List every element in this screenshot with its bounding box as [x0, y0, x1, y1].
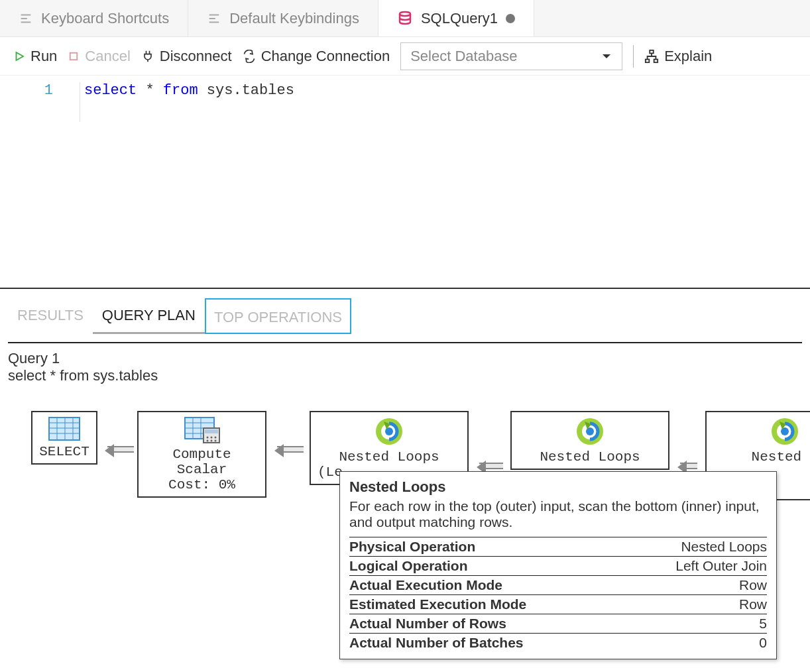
plan-node-select[interactable]: SELECT	[31, 411, 97, 465]
svg-rect-3	[646, 59, 650, 62]
tooltip-row: Estimated Execution ModeRow	[349, 595, 767, 614]
svg-rect-2	[650, 50, 654, 53]
svg-rect-19	[205, 429, 218, 433]
chevron-down-icon	[601, 50, 612, 62]
compute-scalar-icon	[145, 416, 259, 444]
cancel-button[interactable]: Cancel	[68, 48, 130, 65]
tooltip-row: Actual Number of Rows5	[349, 614, 767, 634]
tab-label: SQLQuery1	[421, 10, 498, 27]
tooltip-row: Actual Number of Batches0	[349, 634, 767, 653]
token-star: *	[145, 82, 154, 99]
svg-point-20	[206, 437, 208, 439]
cancel-label: Cancel	[85, 48, 130, 65]
nested-loops-icon	[518, 416, 662, 447]
table-icon	[39, 416, 89, 441]
svg-point-23	[206, 440, 208, 442]
query-header: Query 1 select * from sys.tables	[8, 343, 802, 384]
change-connection-button[interactable]: Change Connection	[243, 48, 390, 65]
editor-empty-area[interactable]	[0, 122, 810, 288]
explain-button[interactable]: Explain	[644, 48, 712, 65]
results-area: RESULTS QUERY PLAN TOP OPERATIONS Query …	[0, 288, 810, 663]
menu-icon	[207, 11, 221, 26]
tooltip-title: Nested Loops	[349, 478, 767, 496]
tab-label: Default Keybindings	[229, 10, 359, 27]
nested-loops-icon	[713, 416, 810, 447]
keyword-from: from	[163, 82, 198, 99]
tab-sqlquery1[interactable]: SQLQuery1	[378, 0, 534, 36]
separator	[633, 45, 634, 68]
query-plan-canvas[interactable]: SELECT Compute Scalar	[8, 398, 802, 663]
tab-bar: Keyboard Shortcuts Default Keybindings S…	[0, 0, 810, 37]
node-label: Nested Loops	[318, 449, 461, 465]
sql-editor[interactable]: 1 select * from sys.tables	[0, 76, 810, 122]
flow-arrow	[680, 463, 697, 469]
plan-node-nested-loops-2[interactable]: Nested Loops	[510, 411, 669, 470]
node-label: Nested Loops	[518, 449, 662, 465]
svg-point-0	[400, 12, 410, 16]
tooltip-table: Physical OperationNested Loops Logical O…	[349, 537, 767, 652]
line-number-gutter: 1	[0, 82, 80, 122]
svg-point-25	[214, 440, 216, 442]
flow-arrow	[107, 446, 134, 453]
run-label: Run	[30, 48, 57, 65]
disconnect-button[interactable]: Disconnect	[141, 48, 232, 65]
tree-icon	[644, 49, 659, 64]
tooltip-row: Logical OperationLeft Outer Join	[349, 557, 767, 576]
tab-label: Keyboard Shortcuts	[41, 10, 169, 27]
swap-icon	[243, 50, 256, 63]
plug-icon	[141, 50, 154, 63]
tooltip-row: Actual Execution ModeRow	[349, 576, 767, 595]
code-area[interactable]: select * from sys.tables	[80, 82, 810, 122]
svg-rect-1	[70, 52, 78, 60]
tab-keyboard-shortcuts[interactable]: Keyboard Shortcuts	[0, 0, 188, 36]
database-icon	[397, 11, 413, 27]
query-toolbar: Run Cancel Disconnect Change Connection …	[0, 37, 810, 76]
database-select-placeholder: Select Database	[410, 48, 517, 65]
svg-rect-4	[654, 59, 658, 62]
change-connection-label: Change Connection	[261, 48, 390, 65]
node-label: SELECT	[39, 444, 89, 459]
nested-loops-icon	[318, 416, 461, 447]
tab-query-plan[interactable]: QUERY PLAN	[93, 296, 205, 334]
node-label: Compute Scalar	[145, 447, 259, 477]
menu-icon	[19, 11, 33, 26]
node-label: Nested L	[713, 449, 810, 465]
flow-arrow	[277, 446, 304, 453]
plan-node-compute-scalar[interactable]: Compute Scalar Cost: 0%	[137, 411, 266, 498]
play-icon	[13, 50, 25, 62]
keyword-select: select	[84, 82, 137, 99]
plan-tooltip: Nested Loops For each row in the top (ou…	[339, 471, 777, 659]
database-select[interactable]: Select Database	[400, 42, 622, 70]
tab-default-keybindings[interactable]: Default Keybindings	[188, 0, 378, 36]
svg-point-24	[210, 440, 212, 442]
tab-top-operations[interactable]: TOP OPERATIONS	[205, 298, 351, 334]
stop-icon	[68, 50, 80, 62]
query-text: select * from sys.tables	[8, 367, 802, 384]
flow-arrow	[479, 463, 503, 469]
node-cost: Cost: 0%	[145, 477, 259, 492]
line-number: 1	[44, 82, 53, 99]
tab-results[interactable]: RESULTS	[8, 296, 93, 334]
tooltip-description: For each row in the top (outer) input, s…	[349, 498, 767, 530]
svg-point-22	[214, 437, 216, 439]
results-tabs: RESULTS QUERY PLAN TOP OPERATIONS	[8, 289, 802, 334]
token-identifier: sys.tables	[207, 82, 294, 99]
svg-point-21	[210, 437, 212, 439]
explain-label: Explain	[664, 48, 712, 65]
svg-rect-5	[49, 418, 80, 440]
run-button[interactable]: Run	[13, 48, 57, 65]
disconnect-label: Disconnect	[160, 48, 232, 65]
tooltip-row: Physical OperationNested Loops	[349, 537, 767, 557]
unsaved-dot-icon	[506, 14, 515, 23]
query-title: Query 1	[8, 350, 802, 367]
